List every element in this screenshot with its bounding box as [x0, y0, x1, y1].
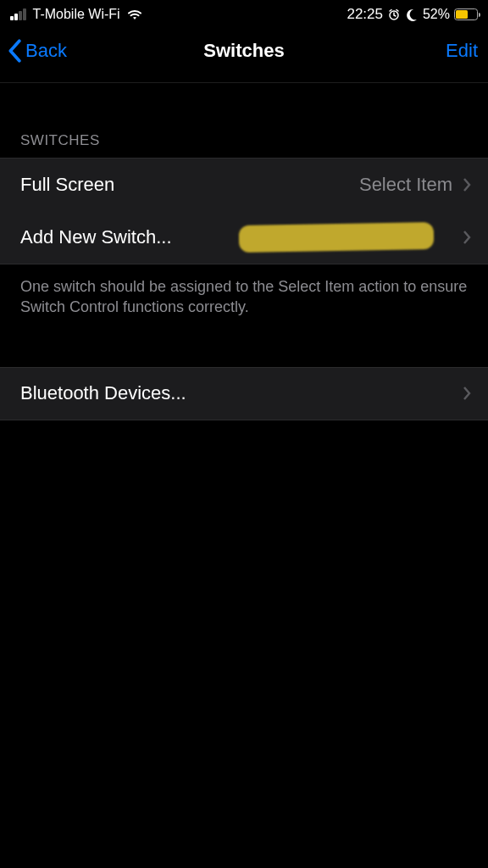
cell-detail: Select Item: [359, 174, 452, 196]
alarm-icon: [387, 8, 401, 21]
cell-full-screen[interactable]: Full Screen Select Item: [0, 158, 488, 211]
wifi-icon: [126, 8, 143, 20]
cell-label: Add New Switch...: [20, 226, 172, 248]
status-time: 22:25: [347, 6, 383, 23]
chevron-right-icon: [463, 230, 471, 245]
back-button[interactable]: Back: [7, 39, 67, 63]
edit-button[interactable]: Edit: [446, 40, 478, 62]
carrier-label: T-Mobile Wi-Fi: [33, 7, 120, 22]
chevron-left-icon: [7, 39, 22, 63]
section-footer-switches: One switch should be assigned to the Sel…: [0, 264, 488, 318]
cellular-signal-icon: [10, 8, 26, 20]
chevron-right-icon: [463, 386, 471, 401]
cell-bluetooth-devices[interactable]: Bluetooth Devices...: [0, 367, 488, 420]
status-left: T-Mobile Wi-Fi: [10, 7, 143, 22]
cell-label: Bluetooth Devices...: [20, 382, 186, 404]
section-header-switches: Switches: [0, 83, 488, 158]
page-title: Switches: [0, 40, 488, 62]
battery-icon: [454, 8, 478, 20]
back-label: Back: [25, 40, 67, 62]
battery-percent: 52%: [423, 7, 450, 22]
cell-label: Full Screen: [20, 174, 114, 196]
do-not-disturb-icon: [405, 8, 419, 21]
status-bar: T-Mobile Wi-Fi 22:25 52%: [0, 0, 488, 29]
status-right: 22:25 52%: [347, 6, 478, 23]
chevron-right-icon: [463, 177, 471, 192]
redaction-highlight: [239, 222, 435, 253]
nav-bar: Back Switches Edit: [0, 29, 488, 83]
